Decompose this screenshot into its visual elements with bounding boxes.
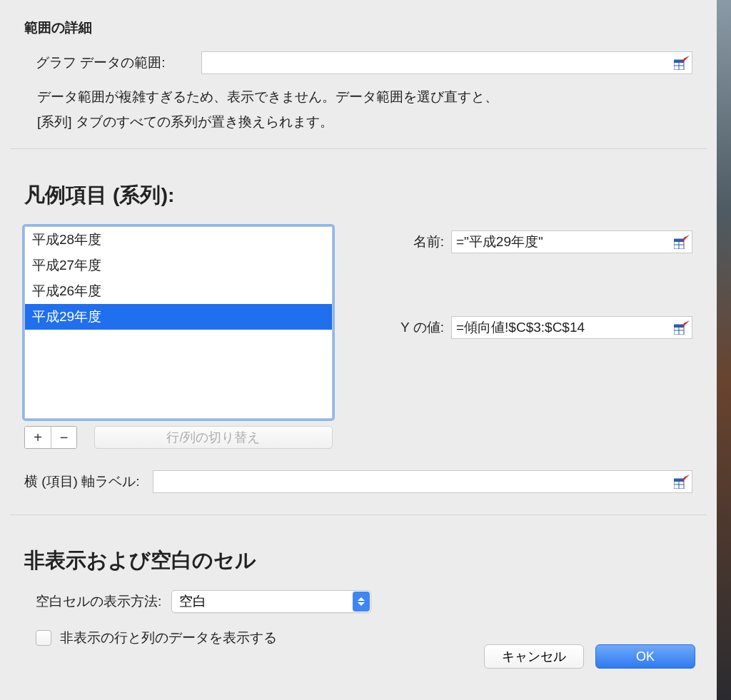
select-data-dialog: 範囲の詳細 グラフ データの範囲: データ範囲が複雑すぎるため、表示できません。… bbox=[0, 0, 717, 700]
list-item[interactable]: 平成27年度 bbox=[25, 253, 332, 278]
range-picker-icon[interactable] bbox=[674, 235, 690, 249]
list-item[interactable]: 平成26年度 bbox=[25, 278, 332, 304]
chart-data-range-label: グラフ データの範囲: bbox=[36, 54, 201, 72]
range-note: データ範囲が複雑すぎるため、表示できません。データ範囲を選び直すと、 [系列] … bbox=[37, 84, 692, 134]
series-yvalue-input[interactable] bbox=[451, 316, 692, 339]
range-details-section: 範囲の詳細 グラフ データの範囲: データ範囲が複雑すぎるため、表示できません。… bbox=[0, 0, 717, 134]
add-remove-group: + − bbox=[24, 426, 77, 449]
range-picker-icon[interactable] bbox=[674, 56, 690, 70]
series-left: 平成28年度平成27年度平成26年度平成29年度 + − 行/列の切り替え bbox=[24, 226, 333, 449]
range-details-heading: 範囲の詳細 bbox=[24, 19, 692, 37]
range-picker-icon[interactable] bbox=[674, 475, 690, 489]
blank-display-value[interactable]: 空白 bbox=[171, 590, 371, 613]
show-hidden-checkbox[interactable] bbox=[36, 630, 51, 646]
list-item[interactable]: 平成29年度 bbox=[25, 304, 332, 330]
range-picker-icon[interactable] bbox=[674, 320, 690, 335]
hidden-blank-heading: 非表示および空白のセル bbox=[24, 547, 692, 574]
remove-series-button[interactable]: − bbox=[51, 427, 76, 448]
series-right: 名前: Y の値: bbox=[364, 226, 692, 402]
hidden-blank-section: 非表示および空白のセル 空白セルの表示方法: 空白 非表示の行と列のデータを表示… bbox=[0, 515, 717, 648]
desktop-edge bbox=[717, 0, 731, 700]
series-name-label: 名前: bbox=[364, 233, 444, 251]
range-note-line2: [系列] タブのすべての系列が置き換えられます。 bbox=[37, 114, 333, 129]
range-note-line1: データ範囲が複雑すぎるため、表示できません。データ範囲を選び直すと、 bbox=[37, 89, 498, 104]
blank-display-label: 空白セルの表示方法: bbox=[36, 592, 161, 611]
switch-row-column-button[interactable]: 行/列の切り替え bbox=[94, 426, 333, 449]
series-listbox[interactable]: 平成28年度平成27年度平成26年度平成29年度 bbox=[24, 226, 333, 419]
chart-data-range-input-wrap bbox=[201, 51, 692, 74]
axis-label-row: 横 (項目) 軸ラベル: bbox=[0, 449, 717, 493]
legend-heading: 凡例項目 (系列): bbox=[24, 182, 692, 209]
cancel-button[interactable]: キャンセル bbox=[484, 644, 584, 669]
axis-label-input[interactable] bbox=[153, 470, 693, 493]
add-series-button[interactable]: + bbox=[25, 427, 51, 448]
show-hidden-label: 非表示の行と列のデータを表示する bbox=[60, 629, 277, 647]
legend-section: 凡例項目 (系列): 平成28年度平成27年度平成26年度平成29年度 + − … bbox=[0, 149, 717, 448]
blank-display-select[interactable]: 空白 bbox=[171, 590, 371, 613]
series-yvalue-label: Y の値: bbox=[364, 318, 444, 337]
ok-button[interactable]: OK bbox=[595, 644, 695, 669]
series-name-input[interactable] bbox=[451, 230, 692, 253]
axis-label-text: 横 (項目) 軸ラベル: bbox=[24, 472, 140, 491]
chart-data-range-input[interactable] bbox=[201, 51, 692, 74]
dialog-button-row: キャンセル OK bbox=[484, 644, 695, 669]
list-item[interactable]: 平成28年度 bbox=[25, 227, 332, 253]
